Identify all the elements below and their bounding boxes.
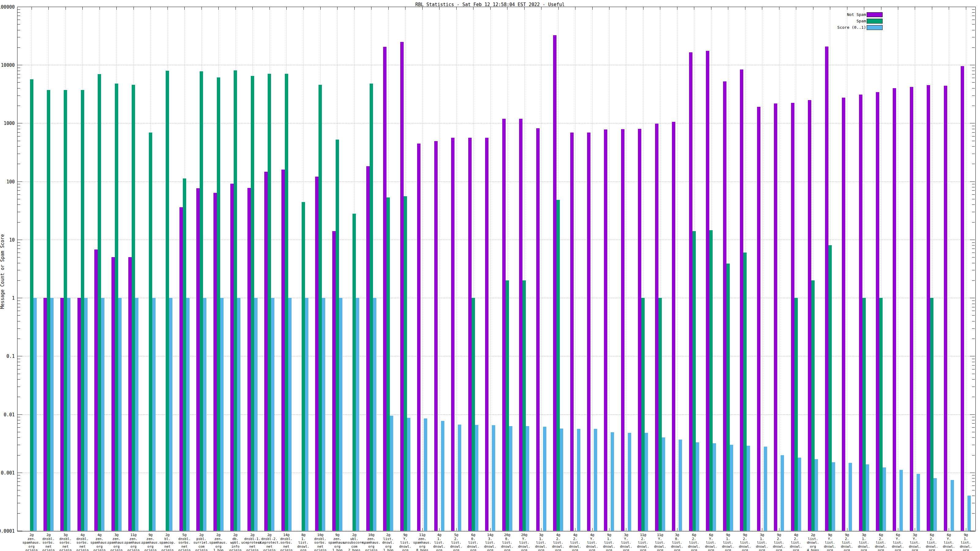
legend-label: Score (0..1)	[837, 25, 866, 30]
rbl-statistics-chart: RBL Statistics - Sat Feb 12 12:58:04 EST…	[0, 0, 980, 551]
legend-label: Spam	[857, 19, 866, 23]
y-tick-label: 0.1	[0, 354, 15, 359]
y-tick-label: 1	[0, 295, 15, 301]
y-tick-label: 0.01	[0, 412, 15, 418]
y-tick-label: 10000	[0, 62, 15, 68]
y-tick-label: 10	[0, 237, 15, 243]
y-axis-label: Message Count or Spam Score	[0, 204, 5, 339]
y-tick-label: 0.0001	[0, 528, 15, 534]
legend-swatch-spam	[867, 19, 883, 24]
y-tick-label: 100	[0, 179, 15, 184]
legend-swatch-not-spam	[867, 12, 883, 17]
y-tick-label: 0.001	[0, 470, 15, 476]
y-tick-label: 100000	[0, 4, 15, 10]
y-tick-label: 1000	[0, 121, 15, 126]
legend-label: Not Spam	[847, 12, 866, 17]
plot-frame	[17, 7, 976, 531]
legend-swatch-score	[867, 25, 883, 30]
x-tick-label: 9@ 1. list. dnswl. org 1 hop	[949, 533, 980, 551]
